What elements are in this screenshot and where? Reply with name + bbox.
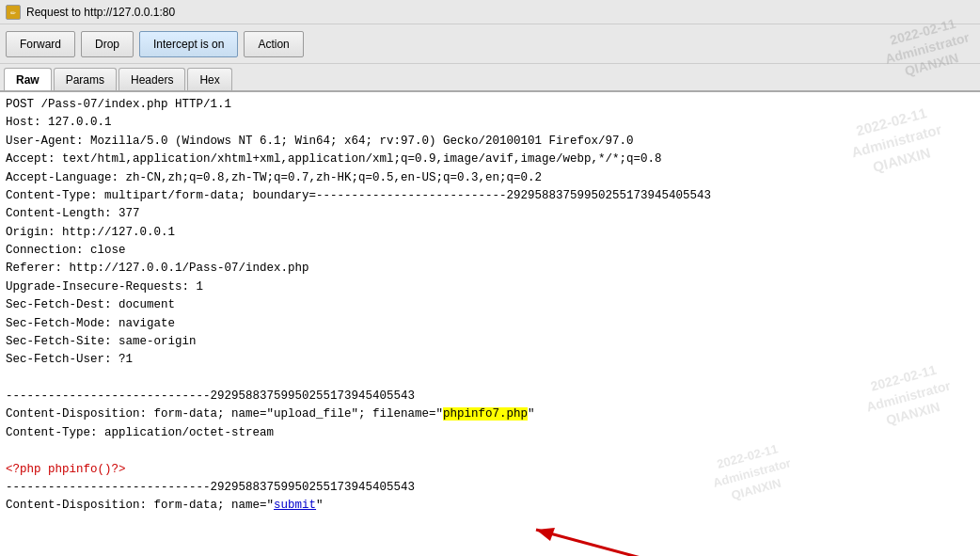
req-line4: Accept: text/html,application/xhtml+xml,… [6, 152, 662, 166]
request-content[interactable]: POST /Pass-07/index.php HTTP/1.1 Host: 1… [6, 96, 974, 516]
req-line23-link: submit [274, 499, 316, 512]
arrow-indicator [508, 520, 696, 556]
forward-button[interactable]: Forward [6, 31, 75, 57]
req-line23-post: " [316, 499, 324, 512]
content-area: 2022-02-11AdministratorQIANXIN 2022-02-1… [0, 92, 980, 556]
title-text: Request to http://127.0.0.1:80 [26, 6, 175, 19]
req-line14: Sec-Fetch-Site: same-origin [6, 335, 197, 348]
req-line11: Upgrade-Insecure-Requests: 1 [6, 280, 203, 294]
req-line6: Content-Type: multipart/form-data; bound… [6, 189, 711, 202]
title-icon: ✏ [6, 5, 21, 20]
intercept-button[interactable]: Intercept is on [139, 31, 238, 57]
toolbar: Forward Drop Intercept is on Action 2022… [0, 24, 980, 64]
req-line15: Sec-Fetch-User: ?1 [6, 353, 133, 366]
req-line18-post: " [528, 407, 535, 421]
req-line21: <?php phpinfo()?> [6, 463, 126, 476]
req-line2: Host: 127.0.0.1 [6, 116, 112, 129]
req-line10: Referer: http://127.0.0.1/Pass-07/index.… [6, 262, 309, 275]
drop-button[interactable]: Drop [81, 31, 134, 57]
action-button[interactable]: Action [244, 31, 303, 57]
tab-raw[interactable]: Raw [4, 68, 52, 90]
req-line19: Content-Type: application/octet-stream [6, 426, 274, 439]
title-bar: ✏ Request to http://127.0.0.1:80 [0, 0, 980, 24]
tabs-bar: Raw Params Headers Hex [0, 64, 980, 92]
req-line23-pre: Content-Disposition: form-data; name=" [6, 499, 274, 512]
req-line17: -----------------------------29295883759… [6, 389, 415, 403]
req-line3: User-Agent: Mozilla/5.0 (Windows NT 6.1;… [6, 135, 634, 148]
req-line7: Content-Length: 377 [6, 207, 140, 220]
req-line5: Accept-Language: zh-CN,zh;q=0.8,zh-TW;q=… [6, 171, 542, 184]
svg-line-0 [536, 530, 658, 556]
svg-marker-1 [536, 528, 555, 541]
tab-params[interactable]: Params [54, 68, 117, 90]
req-line1: POST /Pass-07/index.php HTTP/1.1 [6, 98, 231, 111]
req-line8: Origin: http://127.0.0.1 [6, 226, 175, 239]
tab-headers[interactable]: Headers [119, 68, 185, 90]
req-line13: Sec-Fetch-Mode: navigate [6, 317, 175, 330]
req-line9: Connection: close [6, 244, 126, 257]
req-line12: Sec-Fetch-Dest: document [6, 298, 175, 311]
req-line18-highlight: phpinfo7.php [443, 407, 528, 421]
tab-hex[interactable]: Hex [187, 68, 231, 90]
req-line22: -----------------------------29295883759… [6, 481, 415, 494]
req-line18-pre: Content-Disposition: form-data; name="up… [6, 407, 443, 421]
